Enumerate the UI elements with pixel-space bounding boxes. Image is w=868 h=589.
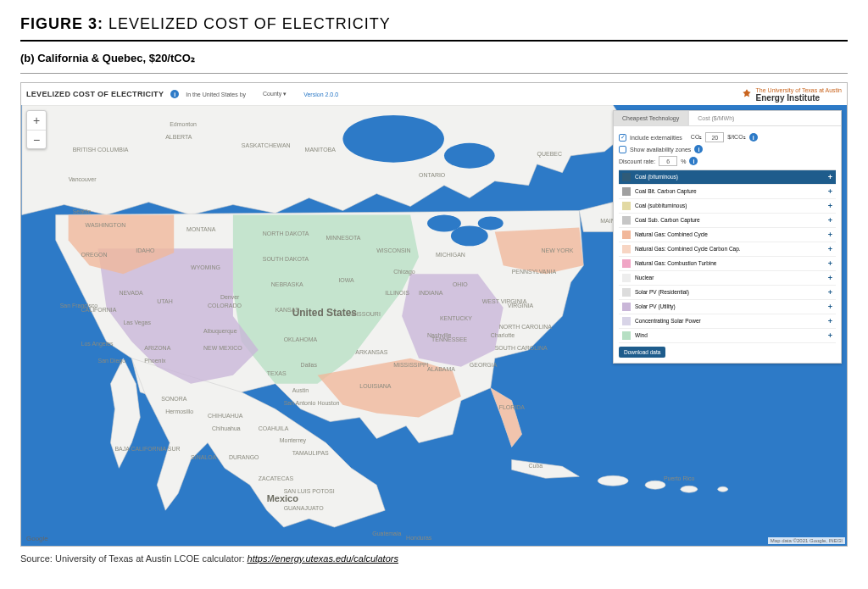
scope-value-dropdown[interactable]: County ▾ (263, 91, 287, 97)
technology-list: Coal (bituminous)+Coal Bit. Carbon Captu… (619, 169, 836, 343)
svg-text:ARKANSAS: ARKANSAS (355, 349, 387, 355)
show-availability-checkbox[interactable] (619, 146, 626, 153)
expand-icon[interactable]: + (828, 187, 832, 196)
tech-row[interactable]: Natural Gas: Combined Cycle Carbon Cap.+ (619, 242, 836, 257)
figure-title: LEVELIZED COST OF ELECTRICITY (108, 15, 391, 32)
tech-name-label: Wind (635, 333, 824, 339)
svg-text:NORTH DAKOTA: NORTH DAKOTA (263, 231, 309, 236)
svg-text:MISSOURI: MISSOURI (351, 311, 381, 317)
discount-rate-input[interactable]: 6 (659, 156, 677, 166)
svg-text:San Diego: San Diego (98, 358, 126, 364)
institution-line1: The University of Texas at Austin (756, 87, 842, 93)
expand-icon[interactable]: + (828, 288, 832, 297)
expand-icon[interactable]: + (828, 245, 832, 253)
tech-row[interactable]: Solar PV (Utility)+ (619, 300, 836, 314)
tech-name-label: Coal (bituminous) (635, 175, 824, 181)
tech-row[interactable]: Wind+ (619, 329, 836, 343)
tech-name-label: Solar PV (Utility) (635, 304, 824, 310)
tech-row[interactable]: Concentrating Solar Power+ (619, 314, 836, 329)
info-icon[interactable]: i (689, 157, 698, 165)
download-data-button[interactable]: Download data (619, 347, 665, 358)
info-icon[interactable]: i (749, 133, 758, 142)
svg-text:MICHIGAN: MICHIGAN (436, 252, 465, 258)
app-title: LEVELIZED COST OF ELECTRICITY (26, 90, 164, 98)
tech-row[interactable]: Coal (bituminous)+ (619, 170, 836, 185)
svg-text:Puerto Rico: Puerto Rico (664, 475, 695, 481)
zoom-in-button[interactable]: + (27, 111, 46, 130)
svg-text:ONTARIO: ONTARIO (419, 172, 446, 178)
institution-line2: Energy Institute (756, 94, 842, 103)
svg-text:ILLINOIS: ILLINOIS (385, 290, 409, 296)
tech-row[interactable]: Coal Sub. Carbon Capture+ (619, 214, 836, 228)
svg-text:MANITOBA: MANITOBA (305, 147, 337, 153)
svg-text:Guatemala: Guatemala (372, 531, 401, 536)
info-icon[interactable]: i (694, 145, 703, 153)
svg-point-5 (598, 475, 628, 486)
svg-text:FLORIDA: FLORIDA (499, 404, 526, 410)
svg-text:MISSISSIPPI: MISSISSIPPI (393, 362, 429, 368)
svg-text:SAN LUIS POTOSI: SAN LUIS POTOSI (284, 488, 335, 494)
tech-row[interactable]: Coal Bit. Carbon Capture+ (619, 185, 836, 199)
tech-row[interactable]: Nuclear+ (619, 271, 836, 286)
show-availability-label: Show availability zones (630, 147, 691, 153)
svg-text:MONTANA: MONTANA (186, 226, 216, 232)
svg-text:ARIZONA: ARIZONA (144, 345, 170, 351)
map-container: LEVELIZED COST OF ELECTRICITY i In the U… (20, 82, 848, 547)
tech-name-label: Nuclear (635, 275, 824, 281)
svg-text:UTAH: UTAH (157, 298, 172, 304)
co2-value-input[interactable]: 20 (705, 132, 724, 142)
svg-point-1 (444, 143, 495, 169)
svg-text:SOUTH CAROLINA: SOUTH CAROLINA (495, 345, 548, 351)
tab-cheapest[interactable]: Cheapest Technology (614, 111, 688, 125)
figure-subcaption: (b) California & Quebec, $20/tCO₂ (20, 42, 848, 74)
svg-text:OREGON: OREGON (81, 252, 108, 258)
svg-text:GEORGIA: GEORGIA (470, 362, 498, 368)
svg-text:GUANAJUATO: GUANAJUATO (284, 505, 325, 511)
svg-text:COLORADO: COLORADO (208, 303, 242, 308)
svg-text:Cuba: Cuba (529, 463, 543, 469)
info-icon[interactable]: i (170, 90, 179, 98)
tech-swatch-icon (622, 245, 631, 253)
tech-name-label: Concentrating Solar Power (635, 319, 824, 325)
svg-text:ZACATECAS: ZACATECAS (259, 475, 294, 481)
tech-row[interactable]: Coal (subbituminous)+ (619, 199, 836, 214)
svg-text:SONORA: SONORA (161, 396, 187, 402)
svg-text:PENNSYLVANIA: PENNSYLVANIA (512, 269, 557, 275)
svg-point-6 (645, 481, 665, 489)
tech-row[interactable]: Solar PV (Residential)+ (619, 286, 836, 300)
include-externalities-label: Include externalities (630, 135, 682, 141)
svg-text:BRITISH COLUMBIA: BRITISH COLUMBIA (73, 147, 129, 153)
tech-row[interactable]: Natural Gas: Combined Cycle+ (619, 228, 836, 242)
svg-text:Houston: Houston (318, 400, 340, 406)
tech-name-label: Natural Gas: Combined Cycle (635, 232, 824, 238)
tech-row[interactable]: Natural Gas: Combustion Turbine+ (619, 257, 836, 271)
expand-icon[interactable]: + (828, 331, 832, 340)
figure-label: FIGURE 3: (20, 15, 103, 32)
svg-text:Dallas: Dallas (301, 362, 318, 368)
attribution-mapdata: Map data ©2021 Google, INEGI (768, 537, 845, 544)
svg-text:WASHINGTON: WASHINGTON (86, 222, 126, 228)
discount-rate-label: Discount rate: (619, 158, 655, 164)
institution-badge: The University of Texas at Austin Energy… (741, 86, 842, 103)
scope-label: In the United States by (186, 92, 246, 97)
expand-icon[interactable]: + (828, 216, 832, 225)
expand-icon[interactable]: + (828, 173, 832, 181)
svg-text:BAJA CALIFORNIA SUR: BAJA CALIFORNIA SUR (114, 446, 180, 452)
svg-text:KENTUCKY: KENTUCKY (440, 315, 472, 321)
svg-text:CHIHUAHUA: CHIHUAHUA (208, 413, 243, 419)
svg-text:Vancouver: Vancouver (69, 176, 97, 182)
expand-icon[interactable]: + (828, 303, 832, 311)
svg-text:Las Vegas: Las Vegas (123, 320, 151, 326)
tab-cost[interactable]: Cost ($/MWh) (688, 111, 743, 125)
source-link[interactable]: https://energy.utexas.edu/calculators (248, 553, 398, 564)
expand-icon[interactable]: + (828, 231, 832, 239)
include-externalities-checkbox[interactable] (619, 134, 626, 142)
zoom-out-button[interactable]: − (27, 130, 46, 148)
expand-icon[interactable]: + (828, 274, 832, 282)
expand-icon[interactable]: + (828, 202, 832, 210)
attribution-google: Google (26, 535, 48, 542)
tech-swatch-icon (622, 331, 631, 340)
expand-icon[interactable]: + (828, 259, 832, 268)
svg-point-8 (718, 486, 728, 492)
expand-icon[interactable]: + (828, 317, 832, 325)
